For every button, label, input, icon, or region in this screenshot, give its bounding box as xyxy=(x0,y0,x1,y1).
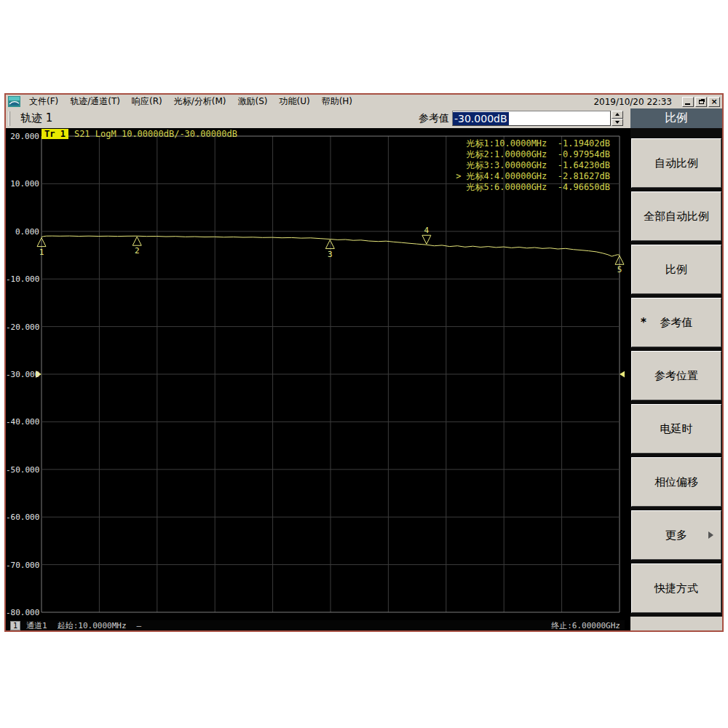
restore-icon xyxy=(699,100,704,104)
trace-toolbar: 轨迹 1 参考值 -30.000dB xyxy=(6,108,625,128)
marker-5-number: 5 xyxy=(617,265,622,274)
trace-name-label: 轨迹 1 xyxy=(20,111,52,125)
y-axis-tick-label: -70.000 xyxy=(6,561,39,570)
datetime-display: 2019/10/20 22:33 xyxy=(593,97,672,107)
s21-trace-chart: 12345 xyxy=(6,128,625,620)
marker-1-number: 1 xyxy=(39,248,44,257)
stop-frequency-label: 终止:6.00000GHz xyxy=(551,620,620,631)
softkey-label: 相位偏移 xyxy=(654,475,698,489)
marker-readout-line: 光标1:10.0000MHz -1.19402dB xyxy=(456,138,610,149)
y-axis-tick-label: 10.000 xyxy=(6,179,39,189)
submenu-arrow-icon xyxy=(708,531,713,539)
sidebar-footer xyxy=(630,617,722,630)
menu-bar: 文件(F)轨迹/通道(T)响应(R)光标/分析(M)激励(S)功能(U)帮助(H… xyxy=(6,95,722,108)
active-function-asterisk: * xyxy=(641,316,646,329)
menu-item-5[interactable]: 激励(S) xyxy=(232,95,273,108)
vna-application-window: 文件(F)轨迹/通道(T)响应(R)光标/分析(M)激励(S)功能(U)帮助(H… xyxy=(4,93,724,632)
toolbar-grip xyxy=(9,111,10,126)
status-bar: 1 通道1 起始:10.0000MHz — 终止:6.00000GHz xyxy=(6,620,625,630)
app-icon xyxy=(8,96,20,107)
menu-item-1[interactable]: 文件(F) xyxy=(23,95,64,108)
softkey-button-6[interactable]: 电延时 xyxy=(631,404,721,454)
softkey-button-1[interactable]: 自动比例 xyxy=(631,138,721,188)
softkey-button-2[interactable]: 全部自动比例 xyxy=(631,191,721,241)
y-axis-tick-label: 0.000 xyxy=(6,227,39,237)
softkey-button-9[interactable]: 快捷方式 xyxy=(631,563,721,613)
spinner-down-button[interactable] xyxy=(612,119,623,127)
softkey-sidebar: 比例 自动比例全部自动比例比例*参考值参考位置电延时相位偏移更多快捷方式 xyxy=(630,108,722,630)
reference-level-arrow-right xyxy=(620,371,625,378)
trace-badge: Tr 1 xyxy=(41,129,68,139)
softkey-button-8[interactable]: 更多 xyxy=(631,510,721,560)
softkey-label: 电延时 xyxy=(660,422,693,436)
channel-label: 通道1 xyxy=(26,620,47,631)
menu-item-4[interactable]: 光标/分析(M) xyxy=(168,95,232,108)
softkey-button-3[interactable]: 比例 xyxy=(631,245,721,294)
plot-area: 12345 Tr 1 S21 LogM 10.00000dB/-30.00000… xyxy=(6,128,625,620)
trace-format-text: S21 LogM 10.00000dB/-30.00000dB xyxy=(74,129,237,139)
start-frequency-label: 起始:10.0000MHz xyxy=(58,620,127,631)
menu-item-3[interactable]: 响应(R) xyxy=(126,95,168,108)
menu-item-2[interactable]: 轨迹/通道(T) xyxy=(64,95,126,108)
softkey-label: 更多 xyxy=(665,529,687,542)
softkey-menu-title: 比例 xyxy=(630,108,722,128)
marker-3-triangle xyxy=(325,240,334,249)
close-icon: × xyxy=(711,98,717,106)
reference-value-label: 参考值 xyxy=(419,112,449,125)
minimize-icon xyxy=(685,103,690,105)
y-axis-tick-label: -50.000 xyxy=(6,465,39,475)
y-axis-tick-label: -80.000 xyxy=(6,608,39,617)
marker-4-triangle xyxy=(422,235,431,244)
marker-readout-panel: 光标1:10.0000MHz -1.19402dB光标2:1.00000GHz … xyxy=(456,138,610,193)
channel-badge: 1 xyxy=(10,621,20,630)
restore-button[interactable] xyxy=(695,97,707,107)
softkey-label: 参考值 xyxy=(660,316,693,330)
y-axis-tick-label: -10.000 xyxy=(6,274,39,284)
softkey-label: 快捷方式 xyxy=(654,582,698,596)
y-axis-tick-label: -20.000 xyxy=(6,323,39,332)
softkey-button-4[interactable]: *参考值 xyxy=(631,298,721,347)
y-axis-tick-label: -40.000 xyxy=(6,417,39,427)
marker-2-triangle xyxy=(132,237,141,245)
y-axis-tick-label: -30.000 xyxy=(6,370,39,379)
reference-value-spinner xyxy=(612,111,623,126)
marker-readout-line: 光标3:3.00000GHz -1.64230dB xyxy=(456,160,610,171)
marker-readout-line: 光标5:6.00000GHz -4.96650dB xyxy=(456,182,610,193)
spinner-up-button[interactable] xyxy=(612,111,623,119)
sweep-separator: — xyxy=(137,621,142,630)
softkey-button-5[interactable]: 参考位置 xyxy=(631,351,721,400)
down-arrow-icon xyxy=(615,121,620,124)
reference-value-selected-text: -30.000dB xyxy=(453,112,509,125)
marker-readout-line: 光标2:1.00000GHz -0.97954dB xyxy=(456,149,610,160)
marker-4-number: 4 xyxy=(424,226,430,235)
marker-3-number: 3 xyxy=(328,250,333,259)
display-area: 12345 Tr 1 S21 LogM 10.00000dB/-30.00000… xyxy=(6,128,630,630)
marker-2-number: 2 xyxy=(135,246,140,256)
menu-item-6[interactable]: 功能(U) xyxy=(273,95,315,108)
close-button[interactable]: × xyxy=(708,97,720,107)
up-arrow-icon xyxy=(615,113,620,116)
softkey-label: 参考位置 xyxy=(654,369,698,383)
minimize-button[interactable] xyxy=(682,97,694,107)
reference-value-input[interactable]: -30.000dB xyxy=(452,111,611,126)
softkey-label: 全部自动比例 xyxy=(644,210,709,223)
trace-status-line[interactable]: Tr 1 S21 LogM 10.00000dB/-30.00000dB xyxy=(41,128,237,139)
softkey-button-7[interactable]: 相位偏移 xyxy=(631,457,721,507)
y-axis-tick-label: -60.000 xyxy=(6,513,39,522)
softkey-label: 自动比例 xyxy=(654,157,698,170)
softkey-label: 比例 xyxy=(665,263,687,277)
marker-readout-line-active: > 光标4:4.00000GHz -2.81627dB xyxy=(456,171,610,182)
menu-item-7[interactable]: 帮助(H) xyxy=(316,95,358,108)
y-axis-tick-label: 20.000 xyxy=(6,132,39,141)
